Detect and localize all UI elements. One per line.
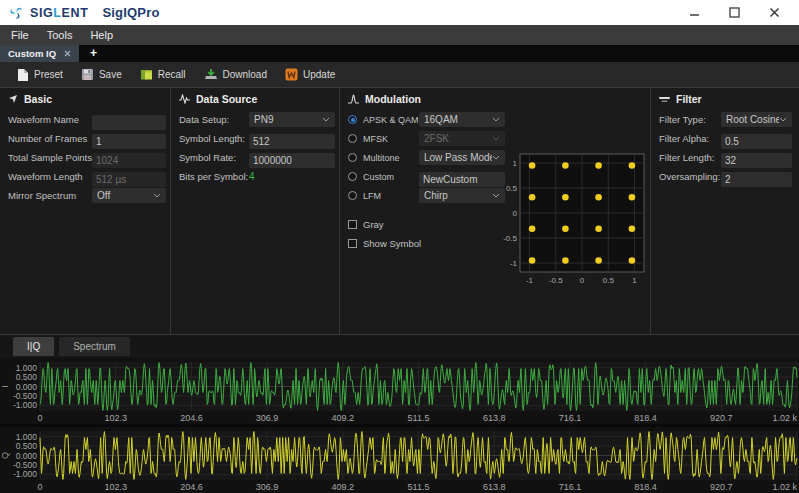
- lfm-radio[interactable]: [348, 191, 357, 200]
- svg-text:818.4: 818.4: [634, 413, 657, 423]
- data-source-panel: Data Source Data Setup: PN9 Symbol Lengt…: [170, 88, 339, 334]
- svg-text:102.3: 102.3: [104, 482, 127, 492]
- recall-button[interactable]: Recall: [131, 62, 195, 87]
- preset-button[interactable]: Preset: [8, 62, 72, 87]
- svg-text:613.8: 613.8: [483, 482, 506, 492]
- svg-text:511.5: 511.5: [408, 413, 430, 423]
- svg-text:-1: -1: [510, 259, 518, 268]
- svg-text:204.6: 204.6: [180, 413, 203, 423]
- constellation-plot: -1-0.500.5110.50-0.5-1: [498, 150, 648, 285]
- folder-icon: [140, 68, 153, 81]
- close-icon: [769, 7, 780, 18]
- svg-text:0: 0: [580, 276, 585, 285]
- waveform-name-input[interactable]: [92, 115, 166, 130]
- qam-type-select[interactable]: 16QAM: [419, 112, 505, 127]
- basic-panel-header: Basic: [0, 88, 170, 110]
- minimize-button[interactable]: [687, 6, 701, 20]
- update-button[interactable]: Update: [276, 62, 344, 87]
- svg-text:511.5: 511.5: [408, 482, 430, 492]
- add-tab-button[interactable]: +: [79, 45, 108, 62]
- menu-file[interactable]: File: [2, 25, 38, 45]
- floppy-icon: [81, 68, 94, 81]
- show-symbol-checkbox[interactable]: [348, 239, 357, 248]
- svg-text:920.7: 920.7: [710, 413, 733, 423]
- field-oversampling: Oversampling:: [651, 167, 796, 186]
- brand-name: SIGLENT: [30, 6, 88, 20]
- multitone-mode-select[interactable]: Low Pass Mode: [419, 150, 505, 165]
- field-bits-per-symbol: Bits per Symbol: 4: [171, 167, 339, 186]
- data-setup-select[interactable]: PN9: [249, 112, 335, 127]
- update-w-icon: [285, 68, 298, 81]
- sigiqpro-window: SIGLENT SigIQPro File Tools Help Custom …: [0, 0, 799, 493]
- waveform-length-input: [92, 172, 166, 187]
- field-mirror-spectrum: Mirror Spectrum Off: [0, 186, 170, 205]
- filter-panel-header: Filter: [651, 88, 796, 110]
- save-button[interactable]: Save: [72, 62, 131, 87]
- svg-text:I: I: [0, 385, 10, 388]
- symbol-rate-input[interactable]: [249, 153, 335, 168]
- svg-text:-0.5: -0.5: [549, 276, 563, 285]
- svg-text:Q: Q: [0, 452, 10, 459]
- svg-text:1: 1: [632, 276, 637, 285]
- svg-text:306.9: 306.9: [256, 413, 279, 423]
- svg-text:-1.000: -1.000: [13, 469, 37, 479]
- svg-text:306.9: 306.9: [256, 482, 279, 492]
- field-filter-type: Filter Type: Root Cosine: [651, 110, 796, 129]
- modulation-option-apsk-qam: APSK & QAM 16QAM: [340, 110, 650, 129]
- mirror-spectrum-select[interactable]: Off: [92, 188, 166, 203]
- window-controls: [687, 6, 789, 20]
- lfm-type-select[interactable]: Chirp: [419, 188, 505, 203]
- filter-type-select[interactable]: Root Cosine: [721, 112, 792, 127]
- chevron-down-icon: [492, 136, 500, 141]
- chevron-down-icon: [153, 193, 161, 198]
- i-trace-plot[interactable]: 0102.3204.6306.9409.2511.5613.8716.1818.…: [0, 358, 799, 424]
- custom-radio[interactable]: [348, 172, 357, 181]
- svg-text:409.2: 409.2: [332, 413, 355, 423]
- gray-checkbox[interactable]: [348, 220, 357, 229]
- maximize-button[interactable]: [727, 6, 741, 20]
- chevron-down-icon: [779, 117, 787, 122]
- bits-per-symbol-value: 4: [249, 171, 255, 182]
- menu-tools[interactable]: Tools: [38, 25, 82, 45]
- svg-text:102.3: 102.3: [104, 413, 127, 423]
- document-icon: [17, 68, 29, 82]
- mfsk-radio[interactable]: [348, 134, 357, 143]
- field-filter-length: Filter Length:: [651, 148, 796, 167]
- custom-name-input[interactable]: [419, 172, 505, 187]
- svg-text:920.7: 920.7: [710, 482, 733, 492]
- svg-text:0.5: 0.5: [603, 276, 615, 285]
- total-sample-points-input: [92, 153, 166, 168]
- svg-text:818.4: 818.4: [634, 482, 657, 492]
- field-filter-alpha: Filter Alpha:: [651, 129, 796, 148]
- tab-iq[interactable]: I|Q: [13, 337, 54, 356]
- tab-spectrum[interactable]: Spectrum: [59, 337, 130, 356]
- field-waveform-name: Waveform Name: [0, 110, 170, 129]
- svg-text:0.5: 0.5: [506, 184, 518, 193]
- multitone-radio[interactable]: [348, 153, 357, 162]
- svg-text:0: 0: [37, 482, 42, 492]
- q-trace-plot[interactable]: 0102.3204.6306.9409.2511.5613.8716.1818.…: [0, 427, 799, 493]
- svg-text:-1: -1: [526, 276, 534, 285]
- oversampling-input[interactable]: [721, 172, 792, 187]
- i-trace-panel: 0102.3204.6306.9409.2511.5613.8716.1818.…: [0, 358, 799, 424]
- filter-alpha-input[interactable]: [721, 134, 792, 149]
- modulation-panel: Modulation APSK & QAM 16QAM MFSK 2FSK: [339, 88, 650, 334]
- menu-help[interactable]: Help: [81, 25, 122, 45]
- filter-length-input[interactable]: [721, 153, 792, 168]
- tab-close-icon[interactable]: [64, 50, 71, 57]
- close-button[interactable]: [767, 6, 781, 20]
- symbol-length-input[interactable]: [249, 134, 335, 149]
- tab-custom-iq[interactable]: Custom IQ: [0, 45, 79, 62]
- apsk-qam-radio[interactable]: [348, 115, 357, 124]
- filter-icon: [659, 94, 670, 104]
- number-of-frames-input[interactable]: [92, 134, 166, 149]
- field-symbol-rate: Symbol Rate:: [171, 148, 339, 167]
- tab-label: Custom IQ: [8, 48, 56, 59]
- field-total-sample-points: Total Sample Points: [0, 148, 170, 167]
- app-title: SigIQPro: [102, 5, 159, 20]
- siglent-logo: SIGLENT: [8, 4, 88, 21]
- field-waveform-length: Waveform Length: [0, 167, 170, 186]
- download-button[interactable]: Download: [195, 62, 276, 87]
- pointer-icon: [8, 94, 18, 104]
- svg-text:716.1: 716.1: [559, 482, 582, 492]
